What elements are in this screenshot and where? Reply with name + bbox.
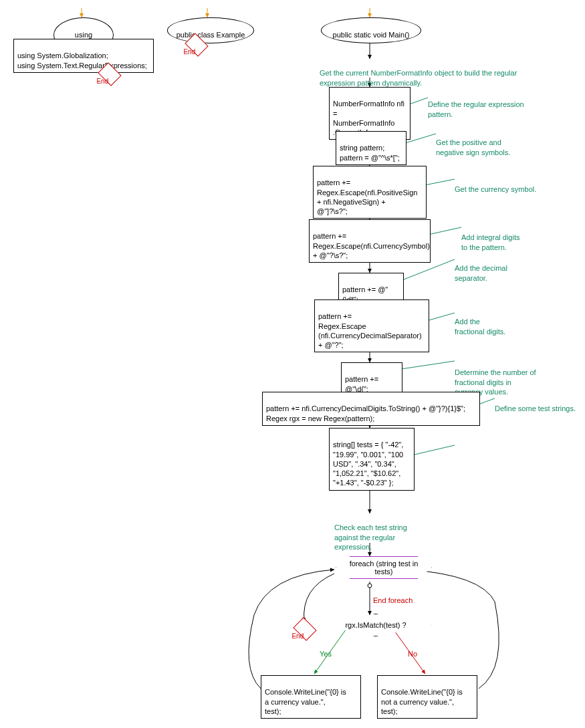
node-text: pattern += Regex.Escape(nfi.PositiveSign… bbox=[317, 178, 417, 215]
comment-text: Define some test strings. bbox=[495, 404, 576, 412]
node-text: pattern += Regex.Escape(nfi.CurrencySymb… bbox=[313, 232, 430, 259]
end-label: End bbox=[183, 45, 195, 59]
svg-line-26 bbox=[415, 445, 455, 455]
comment-text: Get the currency symbol. bbox=[455, 185, 536, 193]
comment-c1: Get the current NumberFormatInfo object … bbox=[320, 59, 527, 88]
node-text: rgx.IsMatch(test) ? bbox=[345, 621, 406, 629]
node-n4: pattern += Regex.Escape(nfi.CurrencySymb… bbox=[309, 219, 431, 263]
branch-yes-label: Yes bbox=[320, 650, 332, 658]
node-text: pattern += @"\d{"; bbox=[345, 375, 378, 392]
svg-line-24 bbox=[401, 361, 455, 369]
node-text: Console.WriteLine("{0} is not a currency… bbox=[381, 688, 463, 715]
decision-ismatch: rgx.IsMatch(test) ? bbox=[320, 614, 432, 636]
svg-line-21 bbox=[425, 227, 461, 235]
comment-text: Define the regular expression pattern. bbox=[428, 100, 524, 118]
svg-point-28 bbox=[368, 584, 372, 588]
node-text: pattern += nfi.CurrencyDecimalDigits.ToS… bbox=[266, 404, 465, 422]
svg-line-25 bbox=[480, 398, 495, 404]
end-foreach-label: End foreach bbox=[373, 596, 413, 604]
node-no-out: Console.WriteLine("{0} is not a currency… bbox=[377, 675, 477, 719]
svg-line-18 bbox=[409, 98, 428, 104]
node-text: string pattern; pattern = @"^\s*["; bbox=[340, 144, 400, 161]
end-node-loop: End bbox=[293, 617, 316, 640]
comment-c8: Determine the number of fractional digit… bbox=[455, 358, 536, 396]
comment-c4: Get the currency symbol. bbox=[455, 175, 536, 195]
node-text: Console.WriteLine("{0} is a currency val… bbox=[265, 688, 346, 715]
node-n3: pattern += Regex.Escape(nfi.PositiveSign… bbox=[313, 166, 427, 219]
comment-c6: Add the decimal separator. bbox=[455, 254, 507, 283]
svg-line-23 bbox=[427, 313, 455, 321]
label-text: Yes bbox=[320, 650, 332, 658]
comment-c2: Define the regular expression pattern. bbox=[428, 90, 524, 119]
comment-c9: Define some test strings. bbox=[495, 394, 576, 414]
node-text: public static void Main() bbox=[333, 31, 410, 39]
node-n8: pattern += nfi.CurrencyDecimalDigits.ToS… bbox=[262, 392, 480, 426]
loop-foreach: foreach (string test in tests) bbox=[336, 556, 432, 579]
node-text: pattern += Regex.Escape (nfi.CurrencyDec… bbox=[318, 312, 422, 349]
node-text: public class Example bbox=[177, 31, 245, 39]
label-text: No bbox=[408, 650, 417, 658]
node-main: public static void Main() bbox=[321, 17, 421, 43]
comment-text: Get the current NumberFormatInfo object … bbox=[320, 69, 517, 86]
end-label: End bbox=[291, 629, 304, 644]
comment-c10: Check each test string against the regul… bbox=[334, 513, 407, 552]
comment-text: Check each test string against the regul… bbox=[334, 523, 407, 551]
comment-text: Add the fractional digits. bbox=[455, 318, 505, 335]
comment-text: Add integral digits to the pattern. bbox=[461, 233, 519, 251]
comment-text: Add the decimal separator. bbox=[455, 264, 507, 281]
comment-c7: Add the fractional digits. bbox=[455, 308, 505, 336]
node-class: public class Example bbox=[167, 17, 254, 43]
node-yes-out: Console.WriteLine("{0} is a currency val… bbox=[261, 675, 361, 719]
comment-c5: Add integral digits to the pattern. bbox=[461, 223, 519, 252]
node-n9: string[] tests = { "-42", "19.99", "0.00… bbox=[329, 428, 415, 491]
end-label: End bbox=[96, 74, 108, 89]
node-text: using System.Globalization; using System… bbox=[17, 51, 147, 69]
node-using-decl: using System.Globalization; using System… bbox=[13, 39, 154, 73]
node-n2: string pattern; pattern = @"^\s*["; bbox=[336, 131, 406, 165]
comment-text: Get the positive and negative sign symbo… bbox=[436, 138, 510, 156]
node-n6: pattern += Regex.Escape (nfi.CurrencyDec… bbox=[314, 299, 429, 352]
comment-c3: Get the positive and negative sign symbo… bbox=[436, 128, 510, 157]
node-text: foreach (string test in tests) bbox=[350, 560, 419, 576]
node-text: string[] tests = { "-42", "19.99", "0.00… bbox=[333, 441, 403, 487]
label-text: End foreach bbox=[373, 596, 413, 604]
branch-no-label: No bbox=[408, 650, 417, 658]
